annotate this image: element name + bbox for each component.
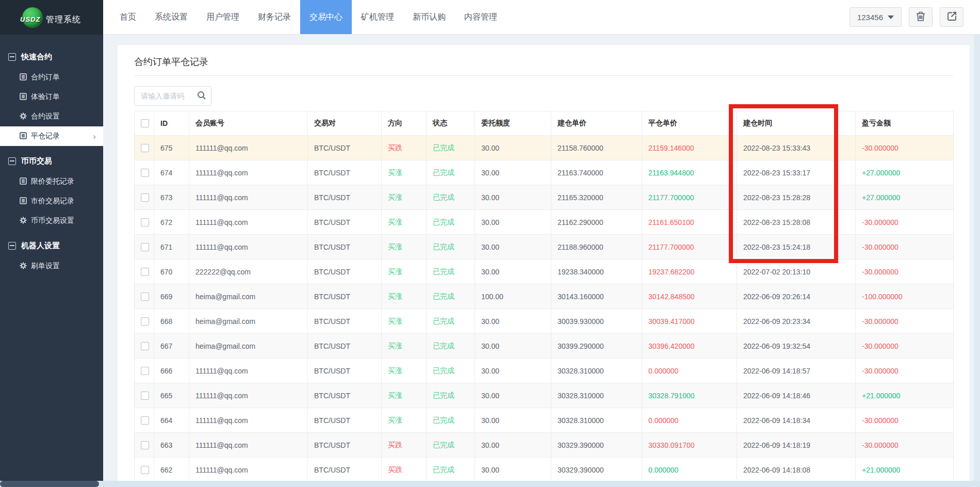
top-nav: 首页系统设置用户管理财务记录交易中心矿机管理新币认购内容管理 [110, 0, 850, 34]
merchant-select[interactable]: 123456 [850, 7, 902, 27]
row-pair: BTC/USDT [308, 160, 382, 185]
nav-tab-4[interactable]: 财务记录 [249, 0, 300, 34]
search-icon[interactable] [197, 91, 206, 102]
sidebar-item-label: 平仓记录 [31, 132, 60, 141]
row-checkbox[interactable] [141, 367, 149, 375]
row-open-price: 21162.290000 [551, 210, 642, 235]
nav-tab-7[interactable]: 新币认购 [403, 0, 455, 34]
page-title: 合约订单平仓记录 [134, 56, 953, 68]
nav-tab-1[interactable]: 首页 [110, 0, 145, 34]
row-open-time: 2022-07-02 20:13:10 [737, 259, 856, 284]
logo-text: USDZ [20, 15, 40, 23]
row-id: 666 [154, 359, 189, 383]
sidebar-section-3[interactable]: 机器人设置 [0, 235, 103, 256]
table-row: 671111111@qq.comBTC/USDT买涨已完成30.0021188.… [135, 235, 954, 259]
row-status: 已完成 [427, 359, 475, 383]
table-row: 672111111@qq.comBTC/USDT买涨已完成30.0021162.… [135, 210, 954, 235]
nav-tab-5[interactable]: 交易中心 [300, 0, 352, 34]
gear-icon [20, 217, 27, 225]
row-pair: BTC/USDT [308, 284, 382, 309]
list-icon [20, 197, 27, 206]
row-amount: 30.00 [475, 259, 551, 284]
row-open-time: 2022-06-09 14:18:19 [737, 433, 856, 458]
horizontal-scrollbar-thumb[interactable] [0, 481, 99, 487]
row-close-price: 21177.700000 [642, 185, 737, 210]
row-checkbox[interactable] [141, 392, 149, 400]
row-pnl: -30.000000 [856, 309, 954, 334]
row-amount: 30.00 [475, 235, 551, 259]
sidebar-item[interactable]: 合约订单 [0, 68, 103, 87]
row-pair: BTC/USDT [308, 433, 382, 458]
row-checkbox[interactable] [141, 243, 149, 251]
row-checkbox[interactable] [141, 441, 149, 449]
row-open-price: 21163.740000 [551, 160, 642, 185]
row-status: 已完成 [427, 160, 475, 185]
gear-icon [20, 262, 27, 271]
row-close-price: 30328.791000 [642, 383, 737, 408]
row-pnl: -100.000000 [856, 284, 954, 309]
table-row: 666111111@qq.comBTC/USDT买涨已完成30.0030328.… [135, 359, 954, 383]
row-open-price: 30039.930000 [551, 309, 642, 334]
row-checkbox-cell [135, 210, 154, 235]
row-open-time: 2022-08-23 15:24:18 [737, 235, 856, 259]
row-open-time: 2022-08-23 15:33:17 [737, 160, 856, 185]
table-header-row: ID会员账号交易对方向状态委托额度建仓单价平仓单价建仓时间盈亏金额 [135, 111, 954, 136]
vertical-scrollbar[interactable] [974, 35, 980, 481]
table-row: 662111111@qq.comBTC/USDT买跌已完成30.0030329.… [135, 458, 954, 482]
export-button[interactable] [940, 7, 963, 27]
row-direction: 买跌 [382, 458, 427, 482]
select-all-checkbox[interactable] [141, 119, 149, 127]
nav-tab-3[interactable]: 用户管理 [197, 0, 249, 34]
row-checkbox[interactable] [141, 169, 149, 177]
row-checkbox[interactable] [141, 193, 149, 202]
row-amount: 30.00 [475, 433, 551, 458]
row-pnl: +27.000000 [856, 160, 954, 185]
sidebar-section-1[interactable]: 快速合约 [0, 46, 103, 68]
sidebar-item[interactable]: 合约设置 [0, 107, 103, 126]
row-checkbox[interactable] [141, 317, 149, 326]
row-checkbox[interactable] [141, 416, 149, 425]
row-close-price: 0.000000 [642, 408, 737, 433]
globe-icon: USDZ [22, 7, 43, 28]
row-checkbox[interactable] [141, 293, 149, 301]
nav-tab-6[interactable]: 矿机管理 [352, 0, 403, 34]
row-pair: BTC/USDT [308, 259, 382, 284]
row-open-time: 2022-06-09 20:26:14 [737, 284, 856, 309]
delete-button[interactable] [909, 7, 933, 27]
title-divider [134, 75, 953, 76]
row-amount: 30.00 [475, 408, 551, 433]
horizontal-scrollbar[interactable] [0, 481, 980, 487]
sidebar-item[interactable]: 市价交易记录 [0, 191, 103, 211]
sidebar-item[interactable]: 币币交易设置 [0, 211, 103, 231]
row-open-time: 2022-06-09 14:18:08 [737, 458, 856, 482]
row-id: 673 [154, 185, 189, 210]
sidebar-section-2[interactable]: 币币交易 [0, 150, 103, 172]
row-direction: 买跌 [382, 136, 427, 160]
row-status: 已完成 [427, 334, 475, 359]
row-checkbox[interactable] [141, 218, 149, 226]
row-direction: 买涨 [382, 284, 427, 309]
row-account: 111111@qq.com [189, 210, 308, 235]
row-pnl: -30.000000 [856, 235, 954, 259]
row-checkbox[interactable] [141, 342, 149, 350]
header-checkbox-cell [135, 111, 154, 136]
row-checkbox[interactable] [141, 144, 149, 152]
table-row: 668heima@gmail.comBTC/USDT买涨已完成30.003003… [135, 309, 954, 334]
sidebar-item[interactable]: 限价委托记录 [0, 172, 103, 191]
nav-tab-8[interactable]: 内容管理 [455, 0, 507, 34]
row-pnl: -30.000000 [856, 259, 954, 284]
row-direction: 买涨 [382, 383, 427, 408]
gear-icon [20, 112, 27, 121]
column-header: 盈亏金额 [856, 111, 954, 136]
row-checkbox[interactable] [141, 268, 149, 276]
row-pair: BTC/USDT [308, 235, 382, 259]
sidebar-item[interactable]: 刷单设置 [0, 256, 103, 276]
sidebar-item[interactable]: 体验订单 [0, 87, 103, 107]
row-checkbox-cell [135, 259, 154, 284]
nav-tab-2[interactable]: 系统设置 [145, 0, 197, 34]
sidebar-item[interactable]: 平仓记录› [0, 126, 103, 146]
main-content: 合约订单平仓记录 ID会员账号交易对方向状态委托额度建仓单价平仓单价建仓时间盈亏… [103, 35, 980, 487]
row-checkbox[interactable] [141, 466, 149, 474]
row-id: 671 [154, 235, 189, 259]
row-open-price: 21188.960000 [551, 235, 642, 259]
